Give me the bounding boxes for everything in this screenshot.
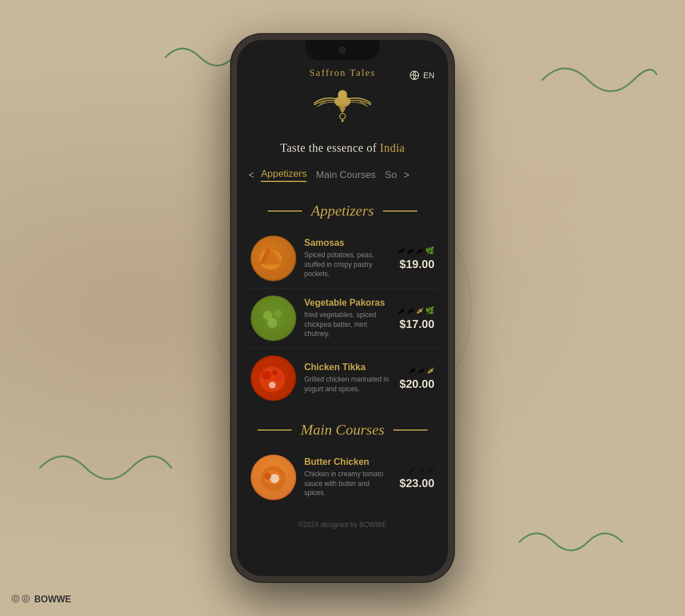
butter-chicken-spice: 🌶🌶🌶: [400, 465, 434, 475]
pakoras-spice: 🌶🌶🌶🌿: [398, 306, 434, 315]
nav-items: Appetizers Main Courses So: [261, 168, 397, 182]
phone-frame: EN Saffron Tales: [231, 34, 454, 582]
tikka-art: [251, 355, 296, 401]
butter-chicken-info: Butter Chicken Chicken in creamy tomato …: [304, 457, 392, 498]
nav-prev-arrow[interactable]: <: [248, 169, 254, 181]
main-section-line-left: [257, 429, 292, 431]
svg-point-4: [341, 120, 344, 122]
svg-point-24: [264, 473, 271, 480]
main-courses-list: Butter Chicken Chicken in creamy tomato …: [237, 445, 448, 509]
menu-item-butter-chicken[interactable]: Butter Chicken Chicken in creamy tomato …: [246, 448, 439, 507]
app-footer: ©2024 designed by BOWWE: [237, 509, 448, 540]
tikka-desc: Grilled chicken marinated in yogurt and …: [304, 375, 392, 394]
menu-item-samosas[interactable]: Samosas Spiced potatoes, peas, stuffed i…: [246, 229, 439, 289]
tikka-info: Chicken Tikka Grilled chicken marinated …: [304, 362, 392, 394]
app-logo: [308, 83, 377, 123]
nav-item-so[interactable]: So: [385, 169, 397, 181]
main-section-line-right: [393, 429, 428, 431]
phone-notch: [305, 40, 380, 60]
pakoras-price: $17.00: [398, 318, 434, 331]
bg-decoration-2: [537, 46, 662, 114]
nav-item-appetizers[interactable]: Appetizers: [261, 168, 307, 182]
svg-point-23: [270, 474, 279, 483]
footer-text: ©2024 designed by BOWWE: [299, 521, 387, 529]
language-selector[interactable]: EN: [409, 70, 434, 81]
nav-item-main-courses[interactable]: Main Courses: [316, 169, 376, 181]
app-logo-area: Saffron Tales: [308, 67, 377, 123]
samosas-image: [251, 236, 296, 281]
phone-screen[interactable]: EN Saffron Tales: [237, 40, 448, 576]
app-tagline: Taste the essence of India: [237, 132, 448, 159]
svg-point-12: [267, 318, 277, 328]
svg-point-2: [338, 90, 347, 99]
butter-chicken-price-area: 🌶🌶🌶 $23.00: [400, 465, 434, 490]
appetizers-section-header: Appetizers: [237, 191, 448, 226]
samosas-price-area: 🌶🌶🌶🌿 $19.00: [398, 246, 434, 271]
phone-camera: [339, 47, 346, 54]
svg-point-19: [272, 370, 277, 375]
tikka-image: [251, 355, 296, 401]
samosas-name: Samosas: [304, 238, 390, 248]
butter-chicken-image: [251, 455, 296, 500]
pakoras-info: Vegetable Pakoras fried vegetables, spic…: [304, 298, 390, 339]
butter-chicken-name: Butter Chicken: [304, 457, 392, 467]
pakoras-image: [251, 295, 296, 341]
bowwe-credit: ⓒ ⓒ BOWWE: [11, 594, 71, 605]
category-nav: < Appetizers Main Courses So >: [237, 159, 448, 191]
tikka-name: Chicken Tikka: [304, 362, 392, 372]
main-courses-title: Main Courses: [301, 422, 385, 439]
pakoras-price-area: 🌶🌶🌶🌿 $17.00: [398, 306, 434, 331]
pakoras-name: Vegetable Pakoras: [304, 298, 390, 308]
butter-chicken-art: [251, 455, 296, 500]
tikka-price: $20.00: [400, 378, 434, 391]
tagline-highlight: India: [380, 141, 405, 154]
samosas-info: Samosas Spiced potatoes, peas, stuffed i…: [304, 238, 390, 279]
svg-point-18: [269, 382, 276, 388]
pakoras-desc: fried vegetables, spiced chickpea batter…: [304, 310, 390, 339]
section-line-left: [268, 210, 302, 212]
samosas-art: [251, 236, 296, 281]
samosas-price: $19.00: [398, 258, 434, 271]
bg-decoration-4: [514, 513, 628, 570]
menu-item-tikka[interactable]: Chicken Tikka Grilled chicken marinated …: [246, 348, 439, 408]
tikka-price-area: 🌶🌶🌶 $20.00: [400, 366, 434, 391]
butter-chicken-price: $23.00: [400, 477, 434, 490]
section-line-right: [383, 210, 417, 212]
samosas-spice: 🌶🌶🌶🌿: [398, 246, 434, 256]
globe-icon: [409, 70, 420, 81]
menu-item-pakoras[interactable]: Vegetable Pakoras fried vegetables, spic…: [246, 289, 439, 348]
lang-label: EN: [424, 71, 434, 80]
svg-point-11: [274, 310, 282, 318]
pakoras-art: [251, 295, 296, 341]
main-courses-section-header: Main Courses: [237, 410, 448, 445]
svg-point-13: [277, 319, 284, 326]
nav-next-arrow[interactable]: >: [404, 169, 409, 181]
appetizers-title: Appetizers: [311, 202, 374, 220]
tikka-spice: 🌶🌶🌶: [400, 366, 434, 375]
cc-icon: ⓒ ⓒ: [11, 594, 30, 605]
app-title: Saffron Tales: [309, 67, 376, 79]
bg-decoration-3: [34, 433, 177, 502]
svg-point-3: [340, 114, 345, 119]
samosas-desc: Spiced potatoes, peas, stuffed in crispy…: [304, 250, 390, 279]
bowwe-label: BOWWE: [34, 594, 71, 605]
appetizers-list: Samosas Spiced potatoes, peas, stuffed i…: [237, 226, 448, 410]
svg-point-16: [262, 371, 271, 380]
butter-chicken-desc: Chicken in creamy tomato sauce with butt…: [304, 469, 392, 498]
